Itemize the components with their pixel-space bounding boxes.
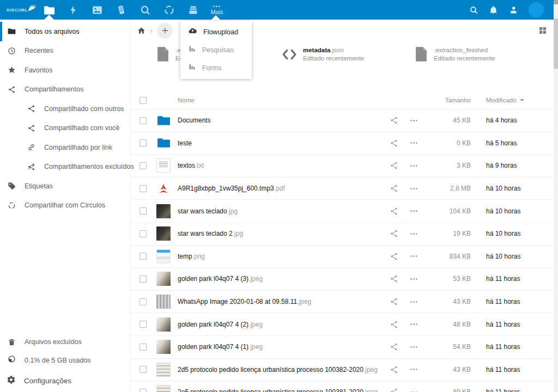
folder-icon [156, 113, 171, 127]
share-icon[interactable] [390, 297, 398, 306]
row-checkbox[interactable] [140, 366, 147, 373]
app-magnifier-icon[interactable] [133, 0, 157, 20]
row-checkbox[interactable] [140, 230, 147, 237]
sidebar-item-shared-by-link[interactable]: Compartilhado por link [0, 138, 130, 157]
vertical-scrollbar[interactable] [554, 0, 558, 392]
file-row[interactable]: teste•••0 KBhá 5 horas [131, 132, 554, 155]
file-row[interactable]: A9R1g8xbpb_1vw35pj_600.tmp3.pdf•••2,8 MB… [131, 177, 554, 200]
row-checkbox[interactable] [140, 344, 147, 351]
row-checkbox[interactable] [140, 389, 147, 392]
row-more-button[interactable]: ••• [408, 118, 421, 124]
app-gallery-icon[interactable] [85, 0, 109, 20]
sidebar-item-deleted-shares[interactable]: Compartilhamentos excluídos [0, 157, 130, 177]
share-icon[interactable] [390, 184, 398, 193]
share-icon[interactable] [390, 365, 398, 374]
file-modified: há 5 horas [486, 139, 533, 147]
row-more-button[interactable]: ••• [408, 186, 421, 192]
contacts-icon[interactable] [508, 5, 518, 15]
row-more-button[interactable]: ••• [408, 140, 421, 146]
share-icon[interactable] [390, 161, 398, 170]
file-row[interactable]: golden park l04q07 4 (1).jpeg•••54 KBhá … [131, 336, 554, 359]
file-thumbnail [156, 272, 171, 286]
sidebar-item-favorites[interactable]: Favoritos [0, 60, 130, 80]
row-more-button[interactable]: ••• [408, 344, 421, 350]
scrollbar-thumb[interactable] [554, 19, 558, 69]
row-checkbox[interactable] [140, 139, 147, 146]
share-icon[interactable] [390, 252, 398, 261]
avatar[interactable] [529, 2, 544, 17]
sidebar-item-shares[interactable]: Compartilhamentos [0, 80, 130, 100]
row-checkbox[interactable] [140, 117, 147, 124]
share-icon[interactable] [390, 139, 398, 148]
share-icon[interactable] [390, 116, 398, 125]
file-row[interactable]: WhatsApp Image 2020-01-08 at 09.58.11.jp… [131, 291, 554, 314]
recent-file-card[interactable]: .exEd [157, 47, 184, 62]
row-more-button[interactable]: ••• [408, 299, 421, 305]
share-icon[interactable] [390, 274, 398, 283]
row-checkbox[interactable] [140, 162, 147, 169]
row-checkbox[interactable] [140, 321, 147, 328]
notifications-bell-icon[interactable] [489, 5, 498, 15]
row-more-button[interactable]: ••• [408, 321, 421, 327]
file-row[interactable]: textos.txt•••3 KBhá 9 horas [131, 155, 554, 177]
file-name: teste [178, 139, 385, 147]
clock-icon [7, 47, 16, 55]
row-more-button[interactable]: ••• [408, 231, 421, 237]
menu-item-forms[interactable]: Forms [180, 59, 252, 77]
sidebar-item-shared-with-others[interactable]: Compartilhado com outros [0, 99, 130, 119]
home-icon[interactable] [137, 27, 145, 35]
sidebar-item-all-files[interactable]: Todos os arquivos [0, 22, 130, 41]
app-circles-icon[interactable] [157, 0, 181, 20]
file-row[interactable]: golden park l04q07 4 (3).jpeg•••53 KBhá … [131, 268, 554, 291]
row-checkbox[interactable] [140, 207, 147, 215]
file-thumbnail [156, 204, 171, 218]
file-row[interactable]: star wars teclado.jpg•••104 KBhá 10 hora… [131, 200, 554, 223]
share-icon[interactable] [390, 388, 398, 392]
add-new-button[interactable] [157, 23, 173, 39]
search-icon[interactable] [469, 5, 478, 15]
share-icon[interactable] [390, 320, 398, 329]
menu-item-pesquisas[interactable]: Pesquisas [180, 41, 252, 59]
file-size: 54 KB [421, 343, 471, 351]
select-all-checkbox[interactable] [140, 97, 147, 104]
sidebar-item-circles[interactable]: Compartilhar com Círculos [0, 196, 130, 216]
sidebar-item-shared-with-you[interactable]: Compartilhado com você [0, 119, 130, 138]
file-row[interactable]: 2d5 protocolo pedido licença urbanística… [131, 359, 554, 382]
sidebar-item-trash[interactable]: Arquivos excluídos [0, 333, 130, 352]
menu-item-flowupload[interactable]: Flowupload [180, 23, 252, 41]
document-icon [415, 47, 427, 62]
file-row[interactable]: 2e5 protocolo pedido licença urbanística… [131, 381, 554, 392]
row-checkbox[interactable] [140, 275, 147, 283]
row-more-button[interactable]: ••• [408, 163, 421, 169]
sidebar-item-recent[interactable]: Recentes [0, 41, 130, 61]
row-more-button[interactable]: ••• [408, 208, 421, 214]
column-header-modified[interactable]: Modificado [486, 97, 533, 103]
share-icon[interactable] [390, 342, 398, 351]
row-checkbox[interactable] [140, 253, 147, 260]
row-checkbox[interactable] [140, 298, 147, 305]
row-more-button[interactable]: ••• [408, 276, 421, 282]
share-icon[interactable] [390, 229, 398, 238]
file-row[interactable]: Documents•••45 KBhá 4 horas [131, 109, 554, 132]
sidebar-item-settings[interactable]: Configurações [0, 370, 130, 391]
grid-view-toggle-icon[interactable] [538, 26, 547, 35]
file-row[interactable]: golden park l04q07 4 (2).jpeg•••48 KBhá … [131, 313, 554, 336]
sidebar-item-tags[interactable]: Etiquetas [0, 176, 130, 196]
file-manager-app: DISCORL [0, 0, 558, 392]
file-size: 89 KB [421, 388, 471, 392]
recent-file-card[interactable]: .extraction_finishedEditado recentemente [415, 47, 495, 62]
row-more-button[interactable]: ••• [408, 366, 421, 372]
share-icon[interactable] [390, 207, 398, 216]
discorl-logo[interactable]: DISCORL [0, 5, 34, 15]
recent-file-card[interactable]: metadata.jsonEditado recentemente [282, 47, 365, 62]
app-deck-icon[interactable] [181, 0, 205, 20]
column-header-name[interactable]: Nome [178, 97, 411, 103]
app-activity-icon[interactable] [61, 0, 85, 20]
row-more-button[interactable]: ••• [408, 389, 421, 392]
app-mobile-icon[interactable] [109, 0, 133, 20]
column-header-size[interactable]: Tamanho [411, 97, 471, 103]
file-row[interactable]: star wars teclado 2.jpg•••19 KBhá 10 hor… [131, 223, 554, 246]
file-row[interactable]: temp.png•••834 KBhá 10 horas [131, 246, 554, 268]
row-more-button[interactable]: ••• [408, 253, 421, 259]
row-checkbox[interactable] [140, 185, 147, 192]
